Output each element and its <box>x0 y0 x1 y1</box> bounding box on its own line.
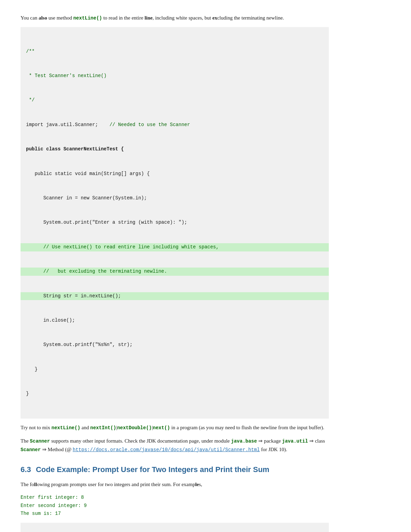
section-intro-paragraph: The following program prompts user for t… <box>21 480 329 489</box>
inline-scanner-2: Scanner <box>21 447 41 453</box>
inline-nextline: nextLine() <box>51 425 80 431</box>
code-line: } <box>26 366 323 374</box>
code-line: System.out.print("Enter a string (with s… <box>26 219 323 227</box>
paragraph-2: Try not to mix nextLine() and nextInt()|… <box>21 423 329 432</box>
paragraph-3: The Scanner supports many other input fo… <box>21 437 329 454</box>
output-example: Enter first integer: 8 Enter second inte… <box>21 494 329 518</box>
output-line-3: The sum is: 17 <box>21 510 329 518</box>
inline-nextdouble: nextDouble() <box>117 425 152 431</box>
inline-next: next() <box>153 425 170 431</box>
code-block-2: import java.util.Scanner; // For keyboar… <box>21 523 329 532</box>
code-line: /** <box>26 48 323 56</box>
code-line: public class ScannerNextLineTest { <box>26 145 323 153</box>
code-line-highlight: // Use nextLine() to read entire line in… <box>21 243 329 251</box>
code-line: } <box>26 390 323 398</box>
code-line-highlight: // but excluding the terminating newline… <box>21 268 329 276</box>
inline-code-nextline: nextLine() <box>73 15 102 21</box>
section-heading-6-3: 6.3 Code Example: Prompt User for Two In… <box>21 463 329 475</box>
code-line: import java.util.Scanner; // Needed to u… <box>26 121 323 129</box>
code-line: System.out.printf("%s%n", str); <box>26 341 323 349</box>
inline-java-base: java.base <box>231 438 257 444</box>
code-line: */ <box>26 96 323 104</box>
code-line-highlight: String str = in.nextLine(); <box>21 292 329 300</box>
section-number: 6.3 <box>21 465 31 474</box>
section-title: Code Example: Prompt User for Two Intege… <box>36 465 270 474</box>
inline-scanner: Scanner <box>30 438 50 444</box>
code-line: * Test Scanner's nextLine() <box>26 72 323 80</box>
page-content: You can also use method nextLine() to re… <box>21 14 329 532</box>
scanner-doc-link[interactable]: https://docs.oracle.com/javase/10/docs/a… <box>73 447 260 453</box>
output-line-2: Enter second integer: 9 <box>21 502 329 510</box>
code-line: in.close(); <box>26 317 323 325</box>
code-line: Scanner in = new Scanner(System.in); <box>26 194 323 202</box>
code-line: public static void main(String[] args) { <box>26 170 323 178</box>
intro-paragraph: You can also use method nextLine() to re… <box>21 14 329 22</box>
inline-nextint: nextInt() <box>90 425 116 431</box>
inline-java-util: java.util <box>282 438 308 444</box>
output-line-1: Enter first integer: 8 <box>21 494 329 502</box>
code-block-1: /** * Test Scanner's nextLine() */ impor… <box>21 27 329 418</box>
